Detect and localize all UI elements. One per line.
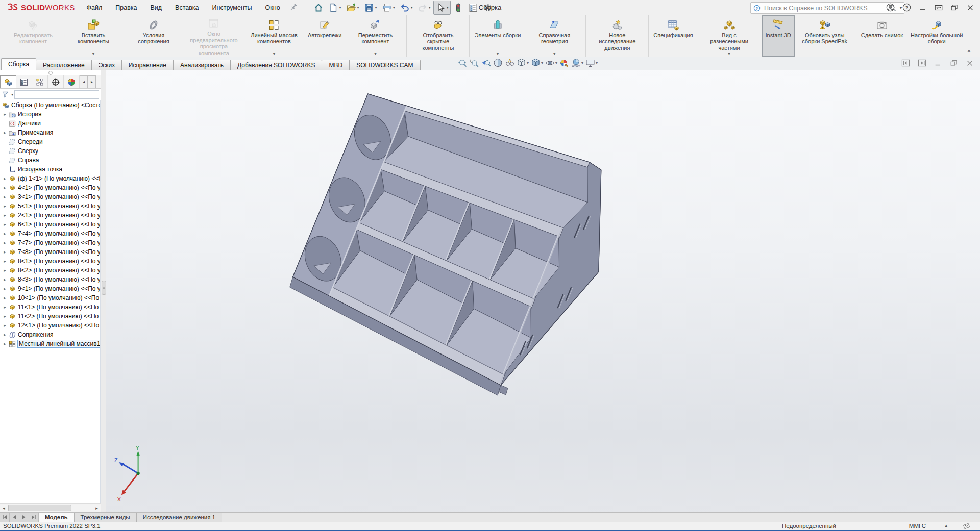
dropdown-caret[interactable]: ▾ [393,5,395,10]
scroll-thumb[interactable] [8,505,71,511]
dropdown-caret[interactable]: ▼ [273,52,276,56]
help-search-box[interactable]: ? ▾ [750,2,904,14]
tree-item-18[interactable]: ▸8<1> (По умолчанию) <<По ум [0,257,100,266]
home-button[interactable] [311,1,326,15]
expand-arrow-icon[interactable]: ▸ [2,204,8,209]
zoom-area-icon[interactable] [470,58,479,68]
command-tab-6[interactable]: Добавления SOLIDWORKS [230,60,323,70]
tree-item-19[interactable]: ▸8<2> (По умолчанию) <<По ум [0,266,100,275]
expand-arrow-icon[interactable]: ▸ [2,341,8,346]
command-tab-1[interactable]: Сборка [1,58,36,70]
exploded-view-button[interactable]: Вид с разнесенными частями▼ [699,15,760,57]
instant-3d-button[interactable]: Instant 3D [762,15,795,57]
tree-item-7[interactable]: Справа [0,156,100,165]
dropdown-caret[interactable]: ▾ [429,5,431,10]
expand-arrow-icon[interactable]: ▸ [2,213,8,218]
expand-arrow-icon[interactable]: ▸ [2,277,8,282]
tree-item-3[interactable]: Датчики [0,119,100,128]
tab-scroll-left-icon[interactable]: ◂ [80,75,88,88]
dropdown-caret[interactable]: ▾ [581,61,583,65]
print-button[interactable]: ▾ [380,1,397,15]
dropdown-caret[interactable]: ▾ [555,61,557,65]
tree-item-1[interactable]: Сборка (По умолчанию) <Состояни [0,100,100,110]
restore-icon[interactable] [950,3,959,12]
tree-item-10[interactable]: ▸4<1> (По умолчанию) <<По ум [0,183,100,192]
reference-geometry-button[interactable]: Справочная геометрия▼ [524,15,584,57]
next-tab-icon[interactable] [19,513,29,522]
user-icon[interactable] [886,3,895,12]
expand-arrow-icon[interactable]: ▸ [2,231,8,236]
search-input[interactable] [763,4,887,12]
expand-arrow-icon[interactable]: ▸ [2,249,8,255]
tree-horizontal-scrollbar[interactable]: ◂ ▸ [0,503,101,512]
move-component-button[interactable]: Переместить компонент▼ [345,15,405,57]
menu-item-6[interactable]: Окно [259,0,287,15]
tree-item-16[interactable]: ▸7<7> (По умолчанию) <<По ум [0,238,100,247]
dropdown-caret[interactable]: ▼ [553,52,556,56]
dropdown-caret[interactable]: ▾ [527,61,529,65]
tree-item-25[interactable]: ▸12<1> (По умолчанию) <<По у [0,321,100,330]
expand-arrow-icon[interactable]: ▸ [2,259,8,264]
quick-tip-icon[interactable] [963,522,971,530]
menu-item-4[interactable]: Вставка [168,0,205,15]
expand-arrow-icon[interactable]: ▸ [2,194,8,199]
stretch-icon[interactable] [934,3,943,12]
filter-funnel-icon[interactable] [2,91,9,98]
graphics-area[interactable]: Y Z X [106,70,980,512]
dropdown-caret[interactable]: ▾ [541,61,543,65]
panel-collapse-handle[interactable] [0,70,101,75]
units-caret-icon[interactable]: ▴ [945,523,947,528]
doc-tab-3[interactable]: Исследование движения 1 [137,513,222,522]
command-tab-5[interactable]: Анализировать [173,60,231,70]
collapse-ribbon-icon[interactable]: ⌃ [966,49,972,56]
previous-view-icon[interactable] [481,58,491,68]
select-cursor-button[interactable]: ▾ [433,1,451,15]
scroll-left-icon[interactable]: ◂ [0,505,8,511]
expand-arrow-icon[interactable]: ▸ [2,314,8,319]
dropdown-caret[interactable]: ▼ [92,52,95,56]
update-speedpak-button[interactable]: Обновить узлы сборки SpeedPak [795,15,855,57]
new-document-button[interactable]: ▾ [326,1,344,15]
annotation-visibility-icon[interactable]: A [505,58,514,68]
tree-item-17[interactable]: ▸7<8> (По умолчанию) <<По ум [0,247,100,257]
undo-button[interactable]: ▾ [398,1,415,15]
view-orientation-icon[interactable]: ▾ [517,58,529,68]
next-window-icon[interactable] [918,59,926,67]
doc-restore-icon[interactable] [950,59,958,67]
tree-item-9[interactable]: ▸(ф) 1<1> (По умолчанию) <<Пс [0,174,100,183]
dropdown-caret[interactable]: ▼ [374,52,377,56]
displaymanager-tab[interactable] [64,75,80,88]
show-hidden-components-button[interactable]: Отобразить скрытые компоненты [408,15,468,57]
command-tab-8[interactable]: SOLIDWORKS CAM [349,60,420,70]
scroll-right-icon[interactable]: ▸ [93,505,101,511]
mate-button[interactable]: Условия сопряжения [124,15,184,57]
doc-close-icon[interactable] [966,59,974,67]
expand-arrow-icon[interactable]: ▸ [2,222,8,227]
dropdown-caret[interactable]: ▼ [727,52,731,56]
menu-item-3[interactable]: Вид [143,0,168,15]
panel-splitter[interactable] [101,70,106,512]
expand-arrow-icon[interactable]: ▸ [2,295,8,300]
dropdown-caret[interactable]: ▾ [596,61,598,65]
last-tab-icon[interactable] [29,513,39,522]
dropdown-caret[interactable]: ▾ [375,5,377,10]
command-tab-2[interactable]: Расположение [36,60,92,70]
first-tab-icon[interactable] [0,513,10,522]
linear-component-pattern-button[interactable]: Линейный массив компонентов▼ [244,15,304,57]
configurationmanager-tab[interactable] [32,75,48,88]
tree-item-15[interactable]: ▸7<4> (По умолчанию) <<По ум [0,229,100,238]
help-icon[interactable]: ? [902,3,912,12]
dropdown-caret[interactable]: ▼ [496,52,499,56]
dropdown-caret[interactable]: ▾ [411,5,413,10]
menu-item-1[interactable]: Файл [80,0,109,15]
expand-arrow-icon[interactable]: ▸ [2,130,8,135]
model-canvas[interactable]: Y Z X [106,70,980,512]
command-tab-7[interactable]: MBD [322,60,350,70]
tree-item-13[interactable]: ▸2<1> (По умолчанию) <<По ум [0,211,100,220]
featuremanager-tab[interactable] [0,75,16,88]
edit-appearance-icon[interactable] [559,58,569,68]
tree-item-12[interactable]: ▸5<1> (По умолчанию) <<По ум [0,201,100,211]
menu-item-5[interactable]: Инструменты [206,0,259,15]
filter-input[interactable] [14,90,99,99]
tree-item-8[interactable]: Исходная точка [0,165,100,174]
